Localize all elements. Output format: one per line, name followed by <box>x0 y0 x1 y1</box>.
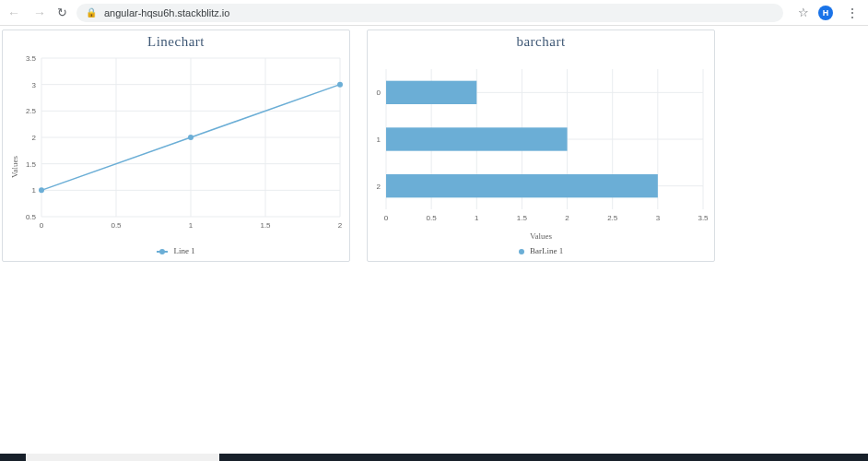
barchart-title: barchart <box>368 30 714 50</box>
svg-text:2: 2 <box>377 183 381 191</box>
svg-text:0.5: 0.5 <box>427 214 438 222</box>
svg-text:2.5: 2.5 <box>607 214 618 222</box>
os-taskbar <box>0 454 868 461</box>
browser-toolbar: ← → ↻ 🔒 angular-hqsu6h.stackblitz.io ☆ H… <box>0 0 868 26</box>
svg-point-24 <box>39 187 44 193</box>
legend-dot-marker-icon <box>519 249 524 254</box>
linechart-title: Linechart <box>3 30 349 50</box>
svg-text:2.5: 2.5 <box>26 107 37 115</box>
svg-text:1: 1 <box>189 221 194 230</box>
profile-avatar[interactable]: H <box>818 6 833 20</box>
linechart-legend: Line 1 <box>3 246 349 255</box>
svg-text:3.5: 3.5 <box>698 214 709 222</box>
svg-point-26 <box>337 82 343 88</box>
svg-text:1.5: 1.5 <box>260 221 271 230</box>
linechart-plot: 00.511.52 0.511.522.533.5 <box>3 51 351 244</box>
forward-button[interactable]: → <box>31 6 48 20</box>
barchart-xlabel: Values <box>530 231 552 241</box>
barchart-legend: BarLine 1 <box>368 246 714 255</box>
svg-rect-38 <box>386 81 476 104</box>
back-button[interactable]: ← <box>6 6 22 20</box>
svg-text:3: 3 <box>656 214 661 222</box>
url-text: angular-hqsu6h.stackblitz.io <box>104 7 229 18</box>
svg-text:2: 2 <box>338 221 343 230</box>
svg-text:0.5: 0.5 <box>111 221 122 230</box>
address-bar[interactable]: 🔒 angular-hqsu6h.stackblitz.io <box>76 4 783 22</box>
barchart-card: barchart 00.511.522.533.5 012 Values Bar… <box>367 30 715 262</box>
svg-text:1.5: 1.5 <box>26 160 37 169</box>
lock-icon: 🔒 <box>86 7 97 18</box>
barchart-legend-label: BarLine 1 <box>530 246 563 255</box>
svg-text:1: 1 <box>32 186 37 195</box>
svg-text:0.5: 0.5 <box>26 213 37 221</box>
svg-text:2: 2 <box>565 214 569 222</box>
svg-text:1.5: 1.5 <box>517 214 528 222</box>
svg-point-25 <box>188 135 194 140</box>
svg-text:0: 0 <box>40 221 44 230</box>
kebab-menu-icon[interactable]: ⋮ <box>842 6 862 20</box>
svg-text:3: 3 <box>32 81 37 89</box>
linechart-legend-label: Line 1 <box>174 246 195 255</box>
legend-line-marker-icon <box>157 251 168 253</box>
barchart-plot: 00.511.522.533.5 012 <box>368 51 716 244</box>
svg-rect-39 <box>386 127 568 150</box>
reload-button[interactable]: ↻ <box>57 6 67 19</box>
svg-text:1: 1 <box>377 136 381 144</box>
svg-text:3.5: 3.5 <box>26 54 37 63</box>
page-content: Linechart Values 00.511.52 0.511.522.533… <box>0 26 868 266</box>
svg-text:0: 0 <box>384 214 389 222</box>
linechart-card: Linechart Values 00.511.52 0.511.522.533… <box>2 30 350 262</box>
svg-rect-40 <box>386 174 658 197</box>
bookmark-icon[interactable]: ☆ <box>798 6 809 19</box>
svg-text:0: 0 <box>377 89 381 97</box>
svg-text:2: 2 <box>32 134 37 142</box>
svg-text:1: 1 <box>475 214 479 222</box>
